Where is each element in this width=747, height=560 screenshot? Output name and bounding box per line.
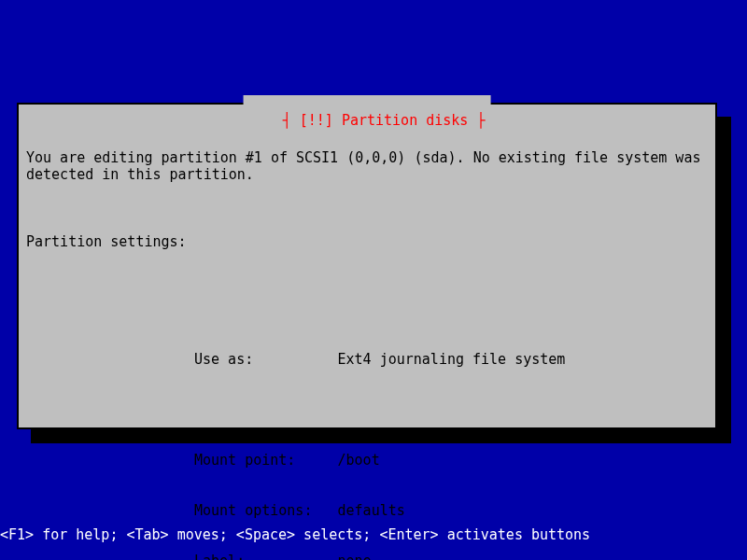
partition-dialog: ┤ [!!] Partition disks ├ You are editing… xyxy=(17,103,717,429)
setting-label[interactable]: Label: none xyxy=(194,553,708,560)
setting-mount-point[interactable]: Mount point: /boot xyxy=(194,452,708,469)
settings-header: Partition settings: xyxy=(26,233,708,250)
title-left-bar: ┤ xyxy=(283,112,300,129)
dialog-title: ┤ [!!] Partition disks ├ xyxy=(244,95,491,146)
intro-text: You are editing partition #1 of SCSI1 (0… xyxy=(26,149,708,183)
title-right-bar: ├ xyxy=(468,112,485,129)
setting-mount-options[interactable]: Mount options: defaults xyxy=(194,502,708,519)
title-text: [!!] Partition disks xyxy=(300,112,469,129)
setting-use-as[interactable]: Use as: Ext4 journaling file system xyxy=(194,351,708,368)
help-bar: <F1> for help; <Tab> moves; <Space> sele… xyxy=(0,526,590,543)
